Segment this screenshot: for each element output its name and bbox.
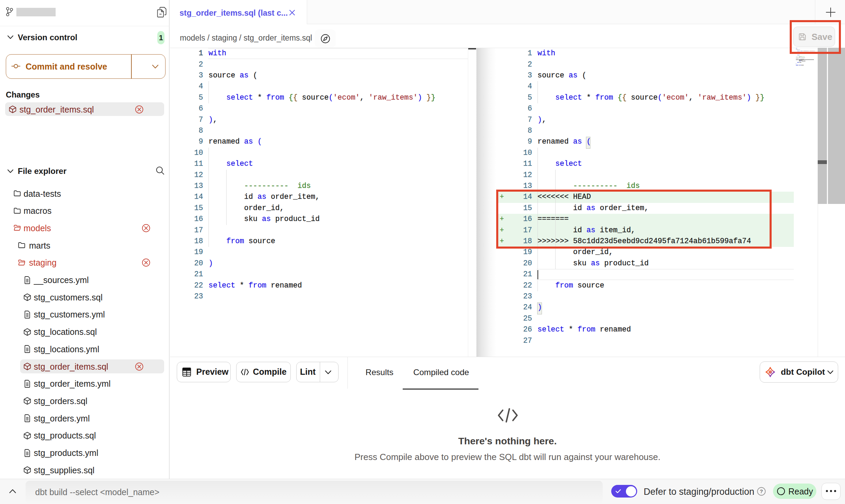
svg-text:?: ? (760, 488, 763, 494)
